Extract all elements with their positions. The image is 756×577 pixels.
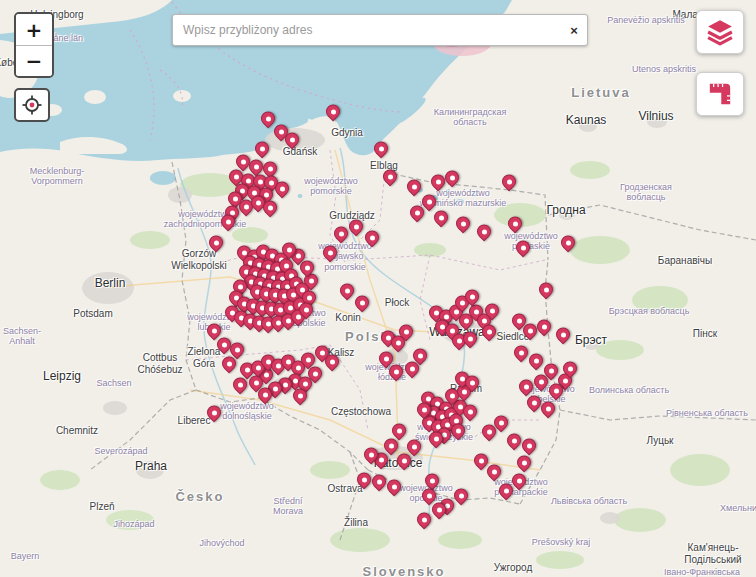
map-pin-marker[interactable] bbox=[263, 200, 277, 214]
map-pin-marker[interactable] bbox=[482, 324, 496, 338]
map-pin-marker[interactable] bbox=[221, 214, 235, 228]
map-pin-marker[interactable] bbox=[293, 388, 307, 402]
search-input[interactable] bbox=[173, 15, 561, 45]
map-pin-marker[interactable] bbox=[463, 404, 477, 418]
map-pin-marker[interactable] bbox=[323, 245, 337, 259]
map-pin-marker[interactable] bbox=[549, 383, 563, 397]
map-pin-marker[interactable] bbox=[383, 169, 397, 183]
map-pin-marker[interactable] bbox=[263, 161, 277, 175]
map-pin-marker[interactable] bbox=[539, 282, 553, 296]
measure-button[interactable] bbox=[696, 72, 744, 116]
map-pin-marker[interactable] bbox=[399, 324, 413, 338]
map-pin-marker[interactable] bbox=[285, 132, 299, 146]
map-pin-marker[interactable] bbox=[389, 364, 403, 378]
layers-icon bbox=[705, 18, 735, 46]
map-pin-marker[interactable] bbox=[325, 354, 339, 368]
map-pin-marker[interactable] bbox=[517, 455, 531, 469]
map-pin-marker[interactable] bbox=[357, 472, 371, 486]
map-pin-marker[interactable] bbox=[454, 488, 468, 502]
map-pin-marker[interactable] bbox=[507, 433, 521, 447]
map-pin-marker[interactable] bbox=[207, 323, 221, 337]
map-pin-marker[interactable] bbox=[456, 216, 470, 230]
map-pin-marker[interactable] bbox=[516, 240, 530, 254]
map-pin-marker[interactable] bbox=[372, 474, 386, 488]
map-pin-marker[interactable] bbox=[326, 104, 340, 118]
map-pin-marker[interactable] bbox=[508, 216, 522, 230]
map-pin-marker[interactable] bbox=[561, 235, 575, 249]
map-pin-marker[interactable] bbox=[413, 348, 427, 362]
map-pin-marker[interactable] bbox=[300, 260, 314, 274]
map-pin-marker[interactable] bbox=[275, 181, 289, 195]
map-pin-marker[interactable] bbox=[523, 323, 537, 337]
map-pin-marker[interactable] bbox=[432, 502, 446, 516]
map-pin-marker[interactable] bbox=[537, 319, 551, 333]
map-pin-marker[interactable] bbox=[451, 423, 465, 437]
map-pin-marker[interactable] bbox=[429, 431, 443, 445]
map-pin-marker[interactable] bbox=[556, 327, 570, 341]
map-pin-marker[interactable] bbox=[365, 230, 379, 244]
map-pin-marker[interactable] bbox=[522, 438, 536, 452]
map-pin-marker[interactable] bbox=[233, 377, 247, 391]
map-pin-marker[interactable] bbox=[258, 387, 272, 401]
map-pin-marker[interactable] bbox=[485, 303, 499, 317]
map-pin-marker[interactable] bbox=[349, 219, 363, 233]
map-pin-marker[interactable] bbox=[422, 488, 436, 502]
map-pin-marker[interactable] bbox=[308, 366, 322, 380]
map-pin-marker[interactable] bbox=[230, 342, 244, 356]
map-pin-marker[interactable] bbox=[527, 395, 541, 409]
map-pin-marker[interactable] bbox=[431, 174, 445, 188]
map-pin-marker[interactable] bbox=[514, 345, 528, 359]
map-pin-marker[interactable] bbox=[387, 479, 401, 493]
map-pin-marker[interactable] bbox=[487, 464, 501, 478]
search-clear-button[interactable]: × bbox=[561, 23, 587, 38]
layers-button[interactable] bbox=[696, 10, 744, 54]
map-pin-marker[interactable] bbox=[502, 174, 516, 188]
map-pin-marker[interactable] bbox=[364, 447, 378, 461]
map-pin-marker[interactable] bbox=[422, 194, 436, 208]
map-canvas[interactable]: HelsingborgKøbenhavnSkåne länMecklenburg… bbox=[0, 0, 756, 577]
map-pin-marker[interactable] bbox=[209, 235, 223, 249]
map-pin-marker[interactable] bbox=[463, 331, 477, 345]
map-pin-marker[interactable] bbox=[465, 289, 479, 303]
map-pin-marker[interactable] bbox=[255, 141, 269, 155]
map-pin-marker[interactable] bbox=[282, 242, 296, 256]
map-pin-marker[interactable] bbox=[397, 453, 411, 467]
map-pin-marker[interactable] bbox=[474, 453, 488, 467]
zoom-in-button[interactable]: + bbox=[16, 14, 52, 45]
map-pin-marker[interactable] bbox=[534, 374, 548, 388]
map-pin-marker[interactable] bbox=[222, 356, 236, 370]
map-pin-marker[interactable] bbox=[374, 141, 388, 155]
map-pin-marker[interactable] bbox=[405, 361, 419, 375]
map-pin-marker[interactable] bbox=[499, 483, 513, 497]
map-pin-marker[interactable] bbox=[392, 423, 406, 437]
map-pin-marker[interactable] bbox=[384, 438, 398, 452]
locate-button[interactable] bbox=[14, 88, 50, 122]
map-pin-marker[interactable] bbox=[425, 473, 439, 487]
map-pin-marker[interactable] bbox=[261, 111, 275, 125]
map-pin-marker[interactable] bbox=[407, 439, 421, 453]
map-pin-marker[interactable] bbox=[301, 352, 315, 366]
map-pin-marker[interactable] bbox=[340, 283, 354, 297]
map-pin-marker[interactable] bbox=[477, 224, 491, 238]
map-pin-marker[interactable] bbox=[417, 512, 431, 526]
map-pin-marker[interactable] bbox=[563, 361, 577, 375]
map-pin-marker[interactable] bbox=[379, 351, 393, 365]
map-pin-marker[interactable] bbox=[355, 295, 369, 309]
map-pin-marker[interactable] bbox=[445, 170, 459, 184]
map-pin-marker[interactable] bbox=[434, 210, 448, 224]
map-pin-marker[interactable] bbox=[465, 375, 479, 389]
map-pin-marker[interactable] bbox=[541, 401, 555, 415]
zoom-out-button[interactable]: − bbox=[16, 45, 52, 76]
map-pin-marker[interactable] bbox=[519, 379, 533, 393]
map-pin-marker[interactable] bbox=[407, 179, 421, 193]
address-search-bar: × bbox=[172, 14, 588, 46]
map-pin-marker[interactable] bbox=[494, 415, 508, 429]
map-pin-marker[interactable] bbox=[512, 473, 526, 487]
map-pin-marker[interactable] bbox=[207, 405, 221, 419]
map-pin-marker[interactable] bbox=[299, 302, 313, 316]
map-pin-marker[interactable] bbox=[334, 226, 348, 240]
map-pin-marker[interactable] bbox=[249, 159, 263, 173]
map-pin-marker[interactable] bbox=[417, 402, 431, 416]
map-pin-marker[interactable] bbox=[529, 353, 543, 367]
map-pin-marker[interactable] bbox=[410, 205, 424, 219]
